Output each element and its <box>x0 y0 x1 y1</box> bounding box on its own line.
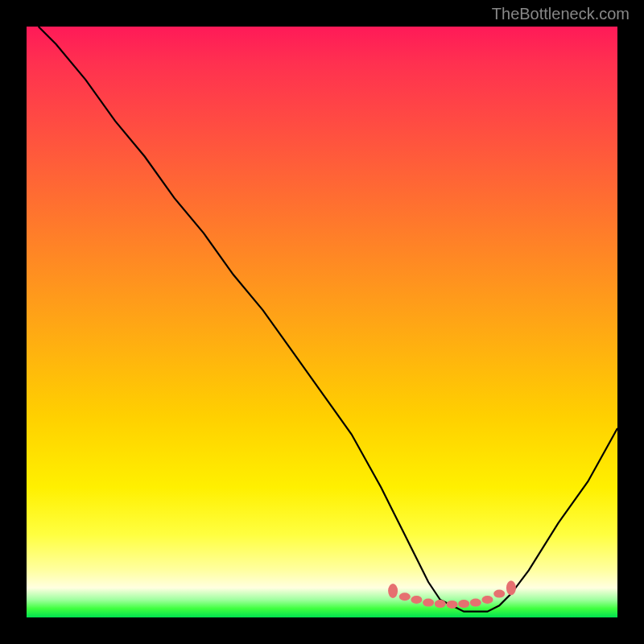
curve-svg <box>27 27 617 617</box>
highlight-markers <box>388 580 516 609</box>
highlight-dot <box>411 596 422 604</box>
highlight-dot <box>470 599 481 607</box>
highlight-dot <box>506 580 516 595</box>
highlight-dot <box>447 601 458 609</box>
bottleneck-curve-line <box>39 27 617 612</box>
highlight-dot <box>493 590 505 598</box>
plot-area <box>27 27 617 617</box>
highlight-dot <box>458 600 469 608</box>
highlight-dot <box>388 584 398 598</box>
highlight-dot <box>435 600 446 608</box>
watermark-text: TheBottleneck.com <box>492 5 630 23</box>
highlight-dot <box>423 599 434 607</box>
highlight-dot <box>482 596 493 604</box>
highlight-dot <box>399 592 411 601</box>
